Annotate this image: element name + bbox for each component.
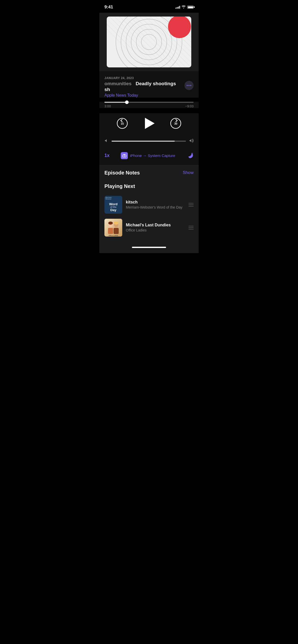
- volume-high-icon: [189, 139, 194, 144]
- episode-info: JANUARY 24, 2023 ommunities Deadly shoot…: [99, 71, 199, 98]
- queue-episode-title-2: Michael's Last Dundies: [126, 223, 185, 227]
- volume-section: [99, 136, 199, 149]
- playback-controls: 15 30: [99, 113, 199, 136]
- skip-back-button[interactable]: 15: [116, 117, 129, 130]
- podcast-name[interactable]: Apple News Today: [104, 93, 194, 98]
- artwork-image: [107, 17, 191, 67]
- progress-bar[interactable]: [104, 102, 194, 103]
- output-label: iPhone → System Capture: [130, 153, 175, 158]
- svg-point-41: [108, 222, 113, 225]
- playing-next-section: Playing Next Merriam-Webster Word of the…: [99, 183, 199, 244]
- progress-section: 3:00 −9:03: [99, 102, 199, 108]
- svg-rect-33: [124, 154, 125, 155]
- queue-item: Office Ladies Michael's Last Dundies Off…: [104, 216, 194, 239]
- more-options-button[interactable]: [184, 81, 194, 90]
- svg-text:Office Ladies: Office Ladies: [109, 235, 118, 236]
- queue-item-info-2: Michael's Last Dundies Office Ladies: [126, 223, 185, 232]
- episode-title: ommunities Deadly shootings sh: [104, 81, 184, 93]
- queue-item: Merriam-Webster Word of the Day kitsch M…: [104, 193, 194, 216]
- playing-next-title: Playing Next: [104, 183, 194, 189]
- queue-artwork-1: Merriam-Webster Word of the Day: [104, 196, 122, 214]
- play-button[interactable]: [141, 116, 157, 131]
- wifi-icon: [182, 5, 186, 9]
- queue-artwork-2: Office Ladies: [104, 219, 122, 237]
- svg-text:30: 30: [174, 122, 177, 125]
- status-bar: 9:41: [99, 0, 199, 13]
- queue-podcast-name-2: Office Ladies: [126, 228, 185, 232]
- episode-notes-header: Episode Notes Show: [104, 170, 194, 176]
- svg-rect-36: [104, 219, 122, 237]
- options-section: 1x iPhone → System Capture zz: [99, 149, 199, 165]
- queue-item-info-1: kitsch Merriam-Webster's Word of the Day: [126, 200, 185, 209]
- episode-notes-section: Episode Notes Show: [99, 165, 199, 183]
- svg-point-32: [124, 155, 125, 156]
- podcast-artwork: [99, 13, 199, 71]
- svg-rect-39: [108, 228, 113, 234]
- battery-icon: [187, 6, 194, 9]
- remaining-time: −9:03: [185, 104, 194, 108]
- show-notes-button[interactable]: Show: [183, 170, 194, 175]
- sleep-timer-button[interactable]: zz: [186, 151, 194, 160]
- home-indicator: [99, 244, 199, 253]
- episode-date: JANUARY 24, 2023: [104, 76, 194, 80]
- episode-notes-title: Episode Notes: [104, 170, 140, 176]
- svg-text:zz: zz: [191, 152, 193, 154]
- status-icons: [175, 5, 194, 9]
- queue-podcast-name-1: Merriam-Webster's Word of the Day: [126, 205, 185, 209]
- status-time: 9:41: [104, 5, 113, 10]
- progress-times: 3:00 −9:03: [104, 104, 194, 108]
- svg-text:15: 15: [121, 122, 124, 125]
- svg-rect-40: [114, 228, 119, 234]
- audio-output-button[interactable]: iPhone → System Capture: [121, 152, 175, 159]
- volume-low-icon: [104, 139, 109, 144]
- queue-episode-title-1: kitsch: [126, 200, 185, 204]
- drag-handle-2[interactable]: [188, 226, 194, 229]
- signal-icon: [175, 6, 180, 9]
- speaker-device-icon: [121, 152, 128, 159]
- current-time: 3:00: [104, 104, 111, 108]
- volume-slider[interactable]: [112, 141, 186, 142]
- home-bar: [132, 247, 166, 248]
- drag-handle-1[interactable]: [188, 203, 194, 207]
- skip-forward-button[interactable]: 30: [169, 117, 182, 130]
- playback-speed-button[interactable]: 1x: [104, 153, 110, 158]
- svg-point-42: [114, 222, 118, 225]
